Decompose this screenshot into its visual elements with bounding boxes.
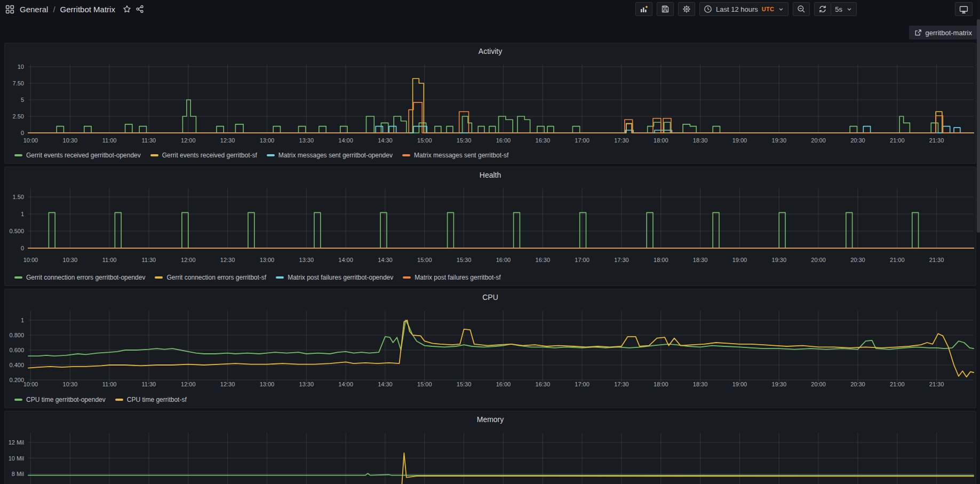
chevron-down-icon [846, 6, 852, 12]
legend-item[interactable]: Matrix post failures gerritbot-sf [403, 274, 500, 281]
legend-item[interactable]: Gerrit events received gerritbot-opendev [14, 152, 141, 159]
x-tick-label: 17:30 [614, 257, 629, 263]
x-tick-label: 21:00 [890, 257, 905, 263]
chevron-down-icon [778, 6, 784, 12]
panel-title[interactable]: CPU [5, 293, 976, 301]
y-tick-label: 1.50 [13, 194, 24, 200]
dashboard-link-gerritbot-matrix[interactable]: gerritbot-matrix [909, 26, 977, 39]
x-tick-label: 15:30 [457, 381, 472, 387]
series-matrix-messages-sent-gerritbot-opendev [28, 126, 974, 133]
star-icon[interactable] [123, 5, 131, 13]
legend-label: Matrix post failures gerritbot-opendev [288, 274, 393, 281]
health-chart-canvas[interactable]: 00.50011.5010:0010:3011:0011:3012:0012:3… [5, 167, 977, 287]
y-tick-label: 0.400 [9, 362, 24, 368]
panel-title[interactable]: Health [5, 171, 976, 179]
x-tick-label: 12:30 [220, 257, 235, 263]
legend-item[interactable]: CPU time gerritbot-sf [115, 396, 187, 403]
x-tick-label: 15:00 [417, 137, 432, 144]
y-tick-label: 7.50 [13, 80, 24, 86]
save-dashboard-button[interactable] [657, 2, 674, 16]
legend-label: Gerrit events received gerritbot-sf [162, 152, 257, 159]
y-tick-label: 8 Mil [12, 471, 24, 477]
page-scrollbar[interactable] [977, 0, 980, 484]
legend-item[interactable]: Gerrit events received gerritbot-sf [150, 152, 257, 159]
dashboard-settings-button[interactable] [678, 2, 695, 16]
x-tick-label: 20:30 [850, 257, 865, 263]
clock-icon [704, 5, 712, 13]
legend-swatch [267, 154, 275, 156]
zoom-out-button[interactable] [793, 2, 810, 16]
legend-item[interactable]: Matrix post failures gerritbot-opendev [276, 274, 393, 281]
x-tick-label: 15:30 [457, 137, 472, 144]
breadcrumb-section[interactable]: General [20, 5, 48, 14]
share-icon[interactable] [136, 5, 144, 13]
x-tick-label: 11:00 [102, 257, 117, 263]
x-tick-label: 15:30 [457, 257, 472, 263]
cpu-chart-canvas[interactable]: 0.2000.4000.6000.800110:0010:3011:0011:3… [5, 289, 977, 409]
x-tick-label: 20:00 [811, 381, 826, 387]
x-tick-label: 18:00 [654, 257, 668, 263]
series-gerrit-events-received-gerritbot-sf [28, 78, 974, 133]
x-tick-label: 19:00 [732, 137, 747, 144]
breadcrumb: General / Gerritbot Matrix [20, 5, 115, 14]
x-tick-label: 10:00 [23, 137, 38, 144]
series-gerrit-connection-errors-gerritbot-opendev [28, 212, 974, 248]
gear-icon [682, 5, 691, 13]
panel-title[interactable]: Memory [5, 415, 976, 424]
x-tick-label: 11:00 [102, 137, 117, 144]
legend-item[interactable]: Gerrit connection errors gerritbot-opend… [14, 274, 145, 281]
x-tick-label: 14:30 [378, 137, 393, 144]
panel-health: 00.50011.5010:0010:3011:0011:3012:0012:3… [4, 166, 976, 286]
legend-swatch [150, 154, 158, 156]
series-gerritbot-sf [28, 453, 974, 484]
legend-item[interactable]: CPU time gerritbot-opendev [14, 396, 106, 403]
legend-item[interactable]: Gerrit connection errors gerritbot-sf [155, 274, 266, 281]
x-tick-label: 18:30 [693, 381, 708, 387]
cpu-legend: CPU time gerritbot-opendevCPU time gerri… [14, 396, 187, 403]
y-tick-label: 12 Mil [9, 439, 24, 446]
scrollbar-thumb[interactable] [977, 19, 980, 233]
x-tick-label: 19:00 [732, 257, 747, 263]
x-tick-label: 10:00 [23, 257, 38, 263]
breadcrumb-separator: / [53, 5, 55, 14]
x-tick-label: 21:30 [929, 381, 944, 387]
x-tick-label: 21:30 [929, 137, 944, 144]
refresh-interval-label: 5s [835, 5, 842, 13]
x-tick-label: 10:30 [63, 137, 78, 144]
x-tick-label: 17:30 [614, 381, 629, 387]
y-tick-label: 1 [21, 211, 24, 217]
x-tick-label: 13:00 [260, 381, 275, 387]
legend-swatch [276, 276, 284, 279]
add-panel-button[interactable] [635, 2, 652, 16]
legend-swatch [155, 276, 163, 279]
legend-label: Gerrit connection errors gerritbot-sf [166, 274, 266, 281]
kiosk-mode-button[interactable] [955, 2, 973, 16]
kiosk-tv-icon [959, 5, 968, 14]
y-tick-label: 0.500 [9, 228, 24, 234]
series-cpu-time-gerritbot-opendev [28, 320, 974, 356]
add-panel-icon [640, 5, 648, 13]
refresh-button[interactable] [814, 2, 831, 16]
breadcrumb-dashboard-title[interactable]: Gerritbot Matrix [60, 5, 115, 14]
external-link-icon [914, 29, 922, 36]
dashboard-link-label: gerritbot-matrix [926, 29, 972, 37]
legend-item[interactable]: Matrix messages sent gerritbot-sf [402, 152, 508, 159]
legend-item[interactable]: Matrix messages sent gerritbot-opendev [267, 152, 393, 159]
x-tick-label: 11:30 [142, 137, 156, 144]
refresh-interval-dropdown[interactable]: 5s [831, 2, 857, 16]
x-tick-label: 21:30 [929, 257, 944, 263]
legend-swatch [115, 399, 123, 401]
x-tick-label: 11:30 [142, 381, 156, 387]
x-tick-label: 16:00 [496, 381, 511, 387]
timezone-label: UTC [762, 6, 775, 12]
top-nav-bar: General / Gerritbot Matrix [0, 0, 980, 18]
panel-title[interactable]: Activity [5, 47, 976, 55]
x-tick-label: 18:30 [693, 137, 708, 144]
activity-chart-canvas[interactable]: 02.5057.501010:0010:3011:0011:3012:0012:… [5, 43, 977, 164]
legend-swatch [402, 154, 410, 156]
apps-grid-icon[interactable] [5, 5, 14, 14]
y-tick-label: 10 Mil [9, 455, 24, 462]
legend-swatch [14, 154, 22, 156]
time-range-picker[interactable]: Last 12 hours UTC [699, 2, 788, 16]
x-tick-label: 16:00 [496, 257, 511, 263]
